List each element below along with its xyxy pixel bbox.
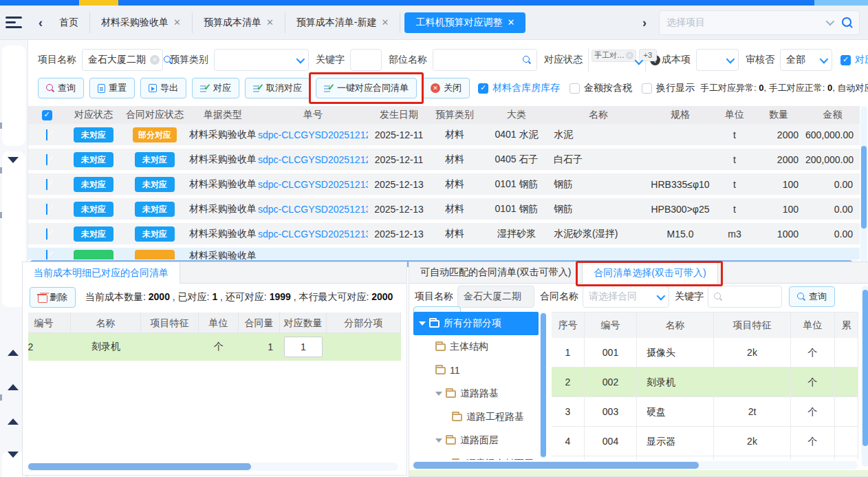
table-row[interactable]: 未对应未对应材料采购验收单sdpc-CLCGYSD2025121300(2025… bbox=[28, 223, 860, 248]
match-qty-input[interactable] bbox=[284, 337, 323, 357]
row-checkbox[interactable] bbox=[46, 179, 47, 190]
tab-首页[interactable]: 首页 bbox=[48, 12, 90, 33]
name-cell: 白石子 bbox=[554, 153, 643, 166]
table-row[interactable]: 未对应部分对应材料采购验收单sdpc-CLCGYSD2025121200(202… bbox=[28, 124, 860, 149]
expander-icon[interactable] bbox=[435, 392, 442, 396]
tabs-scroll-right-icon[interactable]: › bbox=[637, 17, 652, 29]
column-header: 单位 bbox=[791, 312, 835, 338]
vertical-scrollbar[interactable] bbox=[860, 106, 867, 264]
budget-type-select[interactable] bbox=[214, 49, 309, 71]
close-tab-icon[interactable]: ✕ bbox=[381, 17, 389, 28]
search-icon[interactable] bbox=[842, 17, 852, 28]
tree-node-道路路基[interactable]: 道路路基 bbox=[413, 382, 539, 405]
toolbar-check-金额按含税[interactable]: 金额按含税 bbox=[569, 82, 632, 94]
cost-item-select[interactable] bbox=[696, 49, 739, 71]
table-row[interactable]: 002刻录机个1 bbox=[28, 333, 401, 361]
project-select[interactable]: 选择项目 bbox=[659, 10, 860, 35]
match-contract-checkbox[interactable] bbox=[840, 55, 851, 65]
row-checkbox[interactable] bbox=[46, 154, 47, 165]
doc-no-link[interactable]: sdpc-CLCGYSD2025121300( bbox=[258, 179, 368, 190]
tree-vertical-scrollbar[interactable] bbox=[540, 312, 546, 458]
remove-tag-icon[interactable]: ✕ bbox=[626, 52, 633, 59]
close-tab-icon[interactable]: ✕ bbox=[173, 17, 181, 28]
stat-text: , 已对应: bbox=[170, 291, 212, 302]
close-tab-icon[interactable]: ✕ bbox=[507, 17, 514, 28]
chevron-up-icon[interactable] bbox=[8, 418, 19, 425]
tab-预算成本清单[interactable]: 预算成本清单✕ bbox=[193, 12, 285, 33]
match-status-cell: 未对应 bbox=[65, 177, 122, 192]
table-row[interactable]: 2002刻录机个 bbox=[552, 368, 858, 397]
horizontal-scrollbar[interactable] bbox=[412, 461, 858, 469]
status-badge: 未对应 bbox=[135, 177, 175, 192]
expander-icon[interactable] bbox=[435, 438, 442, 443]
table-row[interactable]: 材料采购验收单 bbox=[28, 248, 860, 259]
search-button[interactable]: 查询 bbox=[789, 286, 835, 307]
table-row[interactable]: 未对应未对应材料采购验收单sdpc-CLCGYSD2025121300(2025… bbox=[28, 173, 860, 198]
close-tab-icon[interactable]: ✕ bbox=[266, 17, 274, 28]
checkbox[interactable] bbox=[478, 83, 488, 94]
contract-name-select[interactable]: 请选择合同 bbox=[583, 286, 669, 308]
panel-vertical-scrollbar[interactable] bbox=[862, 286, 868, 467]
chevron-down-icon[interactable] bbox=[8, 157, 19, 163]
search-icon[interactable] bbox=[523, 56, 531, 64]
checkbox[interactable] bbox=[569, 83, 580, 94]
table-row[interactable]: 未对应未对应材料采购验收单sdpc-CLCGYSD2025121300(2025… bbox=[28, 198, 860, 223]
select-all-checkbox[interactable] bbox=[42, 110, 52, 120]
tree-node-主体结构[interactable]: 主体结构 bbox=[413, 335, 539, 359]
toolbar-check-材料含库房库存[interactable]: 材料含库房库存 bbox=[478, 82, 560, 94]
tab-matched-contract-list[interactable]: 当前成本明细已对应的合同清单 bbox=[23, 262, 180, 284]
table-row[interactable]: 1001摄像头2k个 bbox=[552, 338, 858, 368]
checkbox[interactable] bbox=[642, 83, 652, 94]
match-button[interactable]: 对应 bbox=[192, 78, 239, 98]
expander-icon[interactable] bbox=[419, 321, 426, 326]
tab-可自动匹配的合同清单(双击可带入)[interactable]: 可自动匹配的合同清单(双击可带入) bbox=[409, 262, 582, 283]
reset-button[interactable]: 重置 bbox=[89, 78, 135, 98]
tabs-scroll-left-icon[interactable]: ‹ bbox=[33, 17, 48, 29]
chevron-down-icon[interactable] bbox=[8, 452, 19, 458]
doc-no-link[interactable]: sdpc-CLCGYSD2025121300( bbox=[258, 204, 368, 215]
doc-no-link[interactable]: sdpc-CLCGYSD2025121200( bbox=[258, 154, 368, 165]
row-checkbox[interactable] bbox=[46, 229, 47, 240]
toolbar-check-换行显示[interactable]: 换行显示 bbox=[642, 82, 695, 94]
tab-预算成本清单-新建[interactable]: 预算成本清单-新建✕ bbox=[285, 12, 401, 33]
project-name-input[interactable]: 金石大厦二期 bbox=[457, 286, 534, 308]
close-button[interactable]: ✕关闭 bbox=[422, 78, 470, 98]
tab-合同清单选择(双击可带入)[interactable]: 合同清单选择(双击可带入) bbox=[582, 262, 717, 284]
row-checkbox[interactable] bbox=[46, 129, 47, 140]
doc-no-link[interactable]: sdpc-CLCGYSD2025121300( bbox=[258, 229, 368, 240]
menu-toggle-icon[interactable] bbox=[6, 17, 23, 28]
tab-工料机预算对应调整[interactable]: 工料机预算对应调整✕ bbox=[404, 12, 525, 33]
column-header: 数量 bbox=[752, 109, 805, 121]
position-name-input[interactable] bbox=[433, 49, 537, 71]
unmatch-button[interactable]: 取消对应 bbox=[245, 78, 310, 98]
delete-button[interactable]: 删除 bbox=[30, 287, 76, 308]
tree-node-道路工程路基[interactable]: 道路工程路基 bbox=[413, 405, 539, 429]
search-icon[interactable] bbox=[164, 56, 172, 64]
keyword-input[interactable] bbox=[350, 49, 382, 71]
tree-node-沥青混合料面层[interactable]: 沥青混合料面层 bbox=[413, 452, 539, 460]
export-button[interactable]: 导出 bbox=[140, 78, 186, 98]
tab-label: 首页 bbox=[59, 17, 78, 29]
tab-材料采购验收单[interactable]: 材料采购验收单✕ bbox=[90, 12, 193, 33]
audit-select[interactable]: 全部 bbox=[780, 49, 832, 71]
cumulative-cell bbox=[835, 368, 858, 397]
row-checkbox[interactable] bbox=[46, 204, 47, 215]
table-row[interactable]: 3003硬盘2t个 bbox=[552, 397, 858, 427]
table-row[interactable]: 5005网线超五类米 bbox=[552, 456, 858, 460]
tree-node-道路面层[interactable]: 道路面层 bbox=[413, 429, 539, 452]
keyword-input[interactable] bbox=[708, 286, 782, 308]
row-checkbox[interactable] bbox=[46, 250, 47, 259]
match-status-multiselect[interactable]: 手工对…✕ +3 bbox=[588, 48, 646, 72]
project-name-input[interactable]: 金石大厦二期 ✕ bbox=[82, 49, 163, 71]
doc-no-link[interactable]: sdpc-CLCGYSD2025121200( bbox=[258, 129, 368, 140]
search-button[interactable]: 查询 bbox=[38, 78, 84, 98]
clear-icon[interactable]: ✕ bbox=[150, 55, 160, 65]
chevron-up-icon[interactable] bbox=[8, 350, 19, 356]
chevron-up-icon[interactable] bbox=[8, 384, 19, 390]
tree-node-11[interactable]: 11 bbox=[413, 359, 539, 382]
table-row[interactable]: 4004显示器2k个 bbox=[552, 427, 858, 456]
tree-node-所有分部分项[interactable]: 所有分部分项 bbox=[413, 312, 539, 335]
one-click-match-button[interactable]: 一键对应合同清单 bbox=[316, 78, 417, 98]
table-row[interactable]: 未对应未对应材料采购验收单sdpc-CLCGYSD2025121200(2025… bbox=[28, 149, 860, 173]
horizontal-scrollbar[interactable] bbox=[27, 463, 398, 471]
